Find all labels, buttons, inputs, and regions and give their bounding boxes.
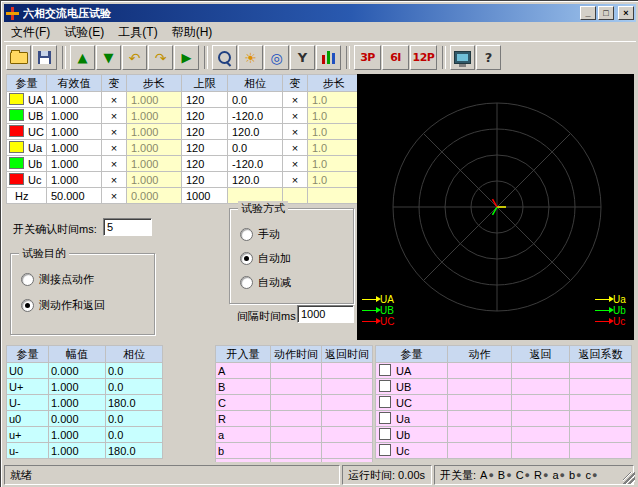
- return-time-cell: [322, 427, 373, 443]
- vary-cell[interactable]: ×: [282, 108, 307, 124]
- phase-cell[interactable]: -120.0: [227, 108, 282, 124]
- minimize-button[interactable]: _: [580, 6, 596, 20]
- table-row: UA 1.000 × 1.000 120 0.0 × 1.0: [7, 92, 361, 108]
- step-cell[interactable]: 1.000: [126, 172, 181, 188]
- step-cell[interactable]: 1.000: [126, 108, 181, 124]
- step-cell[interactable]: 1.000: [126, 124, 181, 140]
- legend-item-ua2: Ua: [595, 294, 626, 305]
- undo-button[interactable]: ↶: [122, 45, 147, 70]
- menu-item-tools[interactable]: 工具(T): [111, 23, 164, 42]
- mode-6i-button[interactable]: 6I: [382, 45, 409, 70]
- arrow-icon: [595, 321, 610, 322]
- polar-view-button[interactable]: ◎: [264, 45, 289, 70]
- vary-cell[interactable]: ×: [101, 172, 126, 188]
- limit-cell[interactable]: 120: [181, 124, 227, 140]
- vector-view-button[interactable]: Y: [290, 45, 315, 70]
- save-button[interactable]: [32, 45, 57, 70]
- group-title: 试验方式: [238, 201, 288, 216]
- brightness-button[interactable]: ☀: [238, 45, 263, 70]
- col-header: 上限: [181, 75, 227, 92]
- step-cell[interactable]: 1.000: [126, 140, 181, 156]
- checkbox[interactable]: [379, 364, 391, 376]
- close-button[interactable]: ×: [618, 6, 634, 20]
- vary-cell[interactable]: ×: [282, 156, 307, 172]
- vary-cell[interactable]: ×: [101, 108, 126, 124]
- radio-action-and-return[interactable]: 测动作和返回: [21, 298, 105, 312]
- open-button[interactable]: [6, 45, 31, 70]
- step-up-button[interactable]: ▲: [70, 45, 95, 70]
- mode-3p-button[interactable]: 3P: [354, 45, 381, 70]
- rms-cell[interactable]: 1.000: [46, 108, 101, 124]
- step-cell[interactable]: 1.0: [307, 92, 360, 108]
- vary-cell[interactable]: ×: [101, 124, 126, 140]
- menu-item-help[interactable]: 帮助(H): [165, 23, 220, 42]
- switch-confirm-input[interactable]: [103, 218, 152, 236]
- vary-cell[interactable]: ×: [101, 156, 126, 172]
- limit-cell[interactable]: 120: [181, 92, 227, 108]
- step-cell[interactable]: 0.000: [126, 188, 181, 204]
- limit-cell[interactable]: 1000: [181, 188, 227, 204]
- radio-contact-action[interactable]: 测接点动作: [21, 272, 94, 286]
- radio-manual[interactable]: 手动: [240, 227, 280, 241]
- help-button[interactable]: ?: [476, 45, 501, 70]
- bars-view-button[interactable]: [316, 45, 341, 70]
- rms-cell[interactable]: 1.000: [46, 156, 101, 172]
- step-cell[interactable]: 1.0: [307, 140, 360, 156]
- undo-icon: ↶: [129, 51, 141, 65]
- step-cell[interactable]: 1.000: [126, 92, 181, 108]
- rms-cell[interactable]: 1.000: [46, 92, 101, 108]
- vary-cell[interactable]: ×: [282, 172, 307, 188]
- checkbox[interactable]: [379, 428, 391, 440]
- rms-cell[interactable]: 1.000: [46, 172, 101, 188]
- col-header: 返回系数: [570, 346, 632, 363]
- table-header-row: 开入量 动作时间 返回时间: [216, 346, 373, 363]
- vary-cell[interactable]: ×: [101, 92, 126, 108]
- checkbox[interactable]: [379, 412, 391, 424]
- limit-cell[interactable]: 120: [181, 140, 227, 156]
- redo-button[interactable]: ↷: [148, 45, 173, 70]
- titlebar[interactable]: 六相交流电压试验 _ □ ×: [4, 4, 636, 22]
- zoom-button[interactable]: [212, 45, 237, 70]
- color-swatch: [9, 109, 24, 121]
- phase-cell[interactable]: 120.0: [227, 172, 282, 188]
- action-cell: [448, 363, 512, 379]
- menu-item-test[interactable]: 试验(E): [57, 23, 111, 42]
- monitor-button[interactable]: [450, 45, 475, 70]
- interval-input[interactable]: [297, 305, 354, 323]
- start-test-button[interactable]: ▶: [174, 45, 199, 70]
- vary-cell[interactable]: ×: [101, 188, 126, 204]
- mode-12p-button[interactable]: 12P: [410, 45, 437, 70]
- phase-cell[interactable]: -120.0: [227, 156, 282, 172]
- maximize-button[interactable]: □: [598, 6, 614, 20]
- limit-cell[interactable]: 120: [181, 108, 227, 124]
- vary-cell[interactable]: ×: [101, 140, 126, 156]
- phase-cell[interactable]: 0.0: [227, 140, 282, 156]
- checkbox[interactable]: [379, 396, 391, 408]
- phase-cell[interactable]: 0.0: [227, 92, 282, 108]
- table-row: UB 1.000 × 1.000 120 -120.0 × 1.0: [7, 108, 361, 124]
- phase-cell[interactable]: 120.0: [227, 124, 282, 140]
- step-cell[interactable]: 1.0: [307, 172, 360, 188]
- rms-cell[interactable]: 1.000: [46, 124, 101, 140]
- rms-cell[interactable]: 50.000: [46, 188, 101, 204]
- step-cell[interactable]: 1.0: [307, 108, 360, 124]
- menu-item-file[interactable]: 文件(F): [4, 23, 57, 42]
- switch-indicator-R: R●: [534, 469, 548, 481]
- radio-auto-decrease[interactable]: 自动减: [240, 275, 291, 289]
- radio-auto-increase[interactable]: 自动加: [240, 251, 291, 265]
- checkbox[interactable]: [379, 444, 391, 456]
- rms-cell[interactable]: 1.000: [46, 140, 101, 156]
- limit-cell[interactable]: 120: [181, 172, 227, 188]
- vary-cell[interactable]: ×: [282, 140, 307, 156]
- step-cell[interactable]: 1.000: [126, 156, 181, 172]
- step-down-button[interactable]: ▼: [96, 45, 121, 70]
- checkbox[interactable]: [379, 380, 391, 392]
- step-cell[interactable]: 1.0: [307, 124, 360, 140]
- resize-grip[interactable]: [623, 472, 635, 484]
- vary-cell[interactable]: ×: [282, 92, 307, 108]
- table-row: Ua: [376, 411, 632, 427]
- limit-cell[interactable]: 120: [181, 156, 227, 172]
- table-row: UB: [376, 379, 632, 395]
- vary-cell[interactable]: ×: [282, 124, 307, 140]
- step-cell[interactable]: 1.0: [307, 156, 360, 172]
